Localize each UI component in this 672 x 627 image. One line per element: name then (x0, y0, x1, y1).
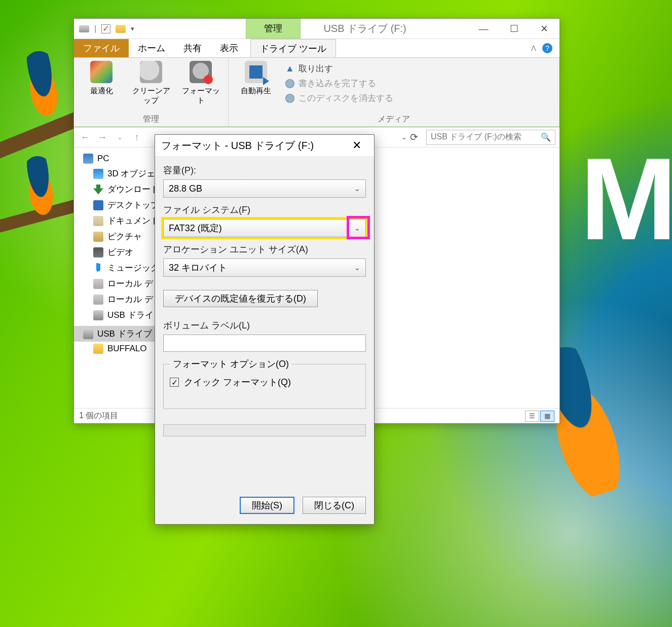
tree-item[interactable]: 3D オブジェ (74, 166, 167, 181)
downloads-icon (93, 185, 103, 195)
refresh-icon[interactable]: ⟳ (410, 131, 418, 143)
search-input[interactable]: USB ドライブ (F:)の検索 🔍 (426, 130, 555, 145)
contextual-tab-manage[interactable]: 管理 (246, 19, 301, 39)
collapse-ribbon-icon[interactable]: ᐱ (531, 44, 536, 52)
format-options-legend: フォーマット オプション(O) (170, 358, 292, 370)
ribbon-group-label: メディア (229, 114, 559, 127)
search-placeholder: USB ドライブ (F:)の検索 (431, 132, 521, 142)
tree-item[interactable]: ピクチャ (74, 229, 167, 244)
tree-pc[interactable]: PC (74, 152, 167, 166)
usb-drive-icon (83, 329, 93, 339)
tree-item-selected[interactable]: USB ドライブ (74, 326, 167, 342)
tree-item[interactable]: ミュージック (74, 260, 167, 276)
search-icon: 🔍 (541, 132, 551, 142)
close-button[interactable]: 閉じる(C) (303, 497, 366, 514)
dialog-title: フォーマット - USB ドライブ (F:) (161, 139, 314, 153)
folder-icon[interactable] (116, 25, 126, 33)
dialog-button-row: 開始(S) 閉じる(C) (155, 487, 374, 524)
volume-label-input[interactable] (163, 335, 366, 352)
dialog-close-button[interactable]: ✕ (346, 139, 368, 152)
window-controls: — ☐ ✕ (468, 19, 559, 39)
contextual-tab-label: 管理 (264, 22, 282, 34)
ribbon-group-manage: 最適化 クリーンアップ フォーマット 管理 (74, 58, 229, 127)
forward-button[interactable]: → (95, 132, 109, 143)
up-button[interactable]: ↑ (130, 132, 144, 143)
nav-tree[interactable]: PC 3D オブジェ ダウンロード デスクトップ ドキュメント ピクチャ ビデオ… (74, 147, 168, 408)
eject-label: 取り出す (298, 63, 333, 75)
local-disk-icon (93, 279, 103, 289)
tree-item[interactable]: BUFFALO (74, 342, 167, 356)
tab-drive-tools[interactable]: ドライブ ツール (250, 39, 336, 57)
tree-label: ミュージック (107, 262, 159, 274)
tree-item[interactable]: ビデオ (74, 244, 167, 260)
erase-disc-button[interactable]: このディスクを消去する (285, 92, 393, 104)
filesystem-label: ファイル システム(F) (163, 204, 366, 216)
tree-item[interactable]: ドキュメント (74, 213, 167, 229)
tree-label: USB ドライブ (97, 328, 152, 340)
close-button[interactable]: ✕ (529, 19, 559, 39)
ribbon: 最適化 クリーンアップ フォーマット 管理 自動再生 (74, 57, 559, 127)
minimize-button[interactable]: — (468, 19, 499, 39)
icons-view-button[interactable]: ▦ (540, 411, 554, 422)
cleanup-label: クリーンアップ (131, 86, 171, 105)
format-button[interactable]: フォーマット (180, 61, 221, 105)
filesystem-value: FAT32 (既定) (169, 222, 222, 234)
tree-item[interactable]: デスクトップ (74, 197, 167, 213)
tree-label: ローカル デ (107, 293, 153, 305)
optimize-icon (90, 61, 113, 83)
details-view-button[interactable]: ☰ (525, 411, 539, 422)
back-button[interactable]: ← (78, 132, 92, 143)
capacity-combo[interactable]: 28.8 GB ⌄ (163, 179, 366, 198)
maximize-button[interactable]: ☐ (499, 19, 529, 39)
breadcrumb-dropdown-icon[interactable]: ⌄ (401, 133, 407, 141)
tree-item[interactable]: ローカル デ (74, 291, 167, 307)
tree-item[interactable]: USB ドライ (74, 307, 167, 323)
autoplay-label: 自動再生 (241, 86, 271, 96)
quick-access-toolbar: | ✓ ▾ (74, 19, 139, 39)
allocation-label: アロケーション ユニット サイズ(A) (163, 243, 366, 255)
tree-label: BUFFALO (107, 344, 146, 354)
checkbox-icon[interactable]: ✓ (101, 24, 110, 33)
help-icon[interactable]: ? (542, 43, 552, 53)
cleanup-button[interactable]: クリーンアップ (131, 61, 171, 105)
quick-format-checkbox[interactable]: ✓ クイック フォーマット(Q) (170, 376, 359, 388)
tab-view[interactable]: 表示 (211, 39, 247, 57)
optimize-button[interactable]: 最適化 (81, 61, 122, 96)
tab-share[interactable]: 共有 (174, 39, 211, 57)
eject-icon: ▲ (285, 63, 294, 74)
restore-defaults-button[interactable]: デバイスの既定値を復元する(D) (163, 290, 318, 307)
qat-dropdown-icon[interactable]: ▾ (131, 25, 134, 32)
chevron-down-icon: ⌄ (354, 264, 360, 272)
tab-home[interactable]: ホーム (129, 39, 174, 57)
tree-item[interactable]: ローカル デ (74, 276, 167, 291)
media-actions: ▲取り出す 書き込みを完了する このディスクを消去する (285, 61, 393, 104)
tab-file[interactable]: ファイル (74, 39, 129, 57)
dialog-titlebar[interactable]: フォーマット - USB ドライブ (F:) ✕ (155, 135, 374, 156)
tree-label: 3D オブジェ (107, 168, 155, 179)
disc-icon (285, 79, 294, 88)
finish-burn-button[interactable]: 書き込みを完了する (285, 78, 393, 89)
autoplay-button[interactable]: 自動再生 (236, 61, 276, 96)
tree-label: ドキュメント (107, 215, 159, 227)
folder-icon (93, 344, 103, 354)
tree-item[interactable]: ダウンロード (74, 181, 167, 197)
dialog-body: 容量(P): 28.8 GB ⌄ ファイル システム(F) FAT32 (既定)… (155, 156, 374, 487)
eject-button[interactable]: ▲取り出す (285, 63, 393, 75)
videos-icon (93, 247, 103, 257)
tree-label: ダウンロード (107, 183, 159, 195)
explorer-titlebar[interactable]: | ✓ ▾ 管理 USB ドライブ (F:) — ☐ ✕ (74, 19, 559, 39)
checkbox-icon: ✓ (170, 378, 179, 387)
filesystem-combo[interactable]: FAT32 (既定) ⌄ (163, 219, 366, 237)
optimize-label: 最適化 (90, 86, 113, 96)
documents-icon (93, 216, 103, 226)
ribbon-group-label: 管理 (74, 114, 228, 127)
cleanup-icon (140, 61, 162, 83)
format-icon (190, 61, 212, 83)
recent-locations-icon[interactable]: ⌄ (113, 133, 127, 141)
pc-icon (83, 154, 93, 164)
allocation-combo[interactable]: 32 キロバイト ⌄ (163, 259, 366, 277)
tree-label: ビデオ (107, 246, 133, 258)
capacity-label: 容量(P): (163, 164, 366, 176)
start-button[interactable]: 開始(S) (240, 497, 294, 514)
tree-label: ピクチャ (107, 231, 142, 242)
